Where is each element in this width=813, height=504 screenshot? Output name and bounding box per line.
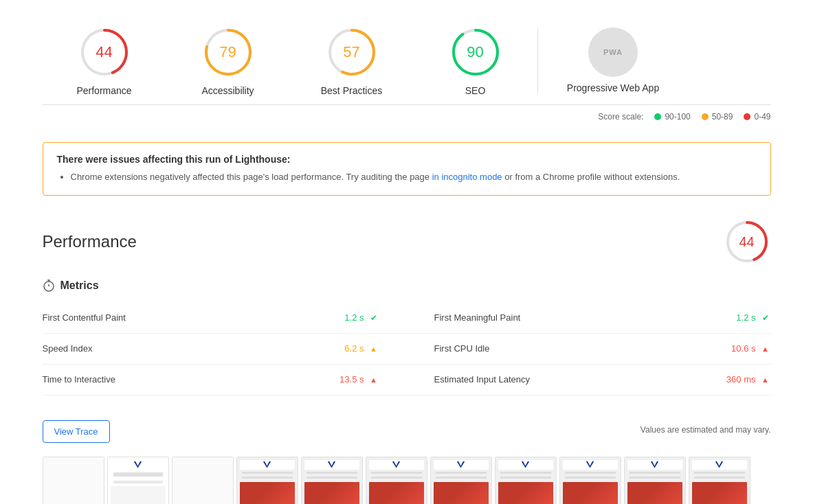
metric-si: Speed Index 6.2 s ▲	[43, 334, 407, 365]
warning-title: There were issues affecting this run of …	[57, 154, 757, 165]
score-pwa[interactable]: PWA Progressive Web App	[537, 27, 675, 93]
fcp-status-icon: ✔	[368, 312, 379, 323]
view-trace-button[interactable]: View Trace	[43, 420, 110, 443]
metrics-title: Metrics	[43, 279, 771, 292]
score-seo[interactable]: 90 SEO	[414, 25, 537, 96]
filmstrip-item	[624, 457, 686, 505]
fmp-status-icon: ✔	[760, 312, 771, 323]
scale-green: 90-100	[654, 112, 690, 122]
si-status-icon: ▲	[368, 343, 379, 354]
filmstrip-item	[43, 457, 104, 505]
accessibility-score: 79	[219, 43, 236, 61]
metric-tti: Time to Interactive 13.5 s ▲	[43, 365, 407, 396]
metric-si-value: 6.2 s ▲	[344, 343, 379, 354]
fci-status-icon: ▲	[760, 343, 771, 354]
scores-row: 44 Performance 79 Accessibility	[43, 14, 771, 105]
filmstrip-item	[495, 457, 557, 505]
metric-fcp-name: First Contentful Paint	[43, 312, 126, 323]
metric-fci-name: First CPU Idle	[434, 343, 490, 354]
orange-dot	[702, 113, 709, 120]
scale-orange: 50-89	[702, 112, 733, 122]
seo-label: SEO	[465, 85, 486, 96]
metric-fci-value: 10.6 s ▲	[731, 343, 770, 354]
section-score-num: 44	[739, 233, 754, 249]
values-note: Values are estimated and may vary.	[641, 425, 771, 435]
metric-eil: Estimated Input Latency 360 ms ▲	[407, 365, 771, 396]
seo-score: 90	[467, 43, 483, 61]
metric-fmp-name: First Meaningful Paint	[434, 312, 521, 323]
scale-red: 0-49	[744, 112, 770, 122]
section-score-circle: 44	[723, 218, 771, 266]
red-range: 0-49	[754, 112, 770, 122]
score-scale: Score scale: 90-100 50-89 0-49	[43, 105, 771, 128]
metric-eil-name: Estimated Input Latency	[434, 374, 530, 385]
filmstrip-item	[172, 457, 234, 505]
accessibility-label: Accessibility	[201, 85, 254, 96]
filmstrip-item	[366, 457, 427, 505]
filmstrip-item	[430, 457, 492, 505]
filmstrip-item	[236, 457, 298, 505]
score-accessibility[interactable]: 79 Accessibility	[166, 25, 290, 96]
red-dot	[744, 113, 750, 120]
section-header: Performance 44	[43, 218, 771, 266]
metric-fmp: First Meaningful Paint 1.2 s ✔	[407, 303, 771, 334]
score-performance[interactable]: 44 Performance	[43, 25, 166, 96]
warning-box: There were issues affecting this run of …	[43, 142, 771, 196]
pwa-icon: PWA	[588, 27, 638, 77]
warning-body: Chrome extensions negatively affected th…	[71, 170, 757, 184]
section-title: Performance	[43, 232, 137, 251]
metric-eil-value: 360 ms ▲	[726, 374, 771, 385]
metric-fcp: First Contentful Paint 1.2 s ✔	[43, 303, 407, 334]
metric-fcp-value: 1.2 s ✔	[344, 312, 379, 323]
eil-status-icon: ▲	[760, 374, 771, 385]
performance-score: 44	[96, 43, 112, 61]
metric-tti-name: Time to Interactive	[43, 374, 115, 385]
metric-tti-value: 13.5 s ▲	[339, 374, 379, 385]
score-best-practices[interactable]: 57 Best Practices	[290, 25, 414, 96]
score-scale-label: Score scale:	[598, 112, 643, 122]
metric-fmp-value: 1.2 s ✔	[736, 312, 770, 323]
performance-label: Performance	[76, 85, 131, 96]
metrics-section: Metrics First Contentful Paint 1.2 s ✔ F…	[43, 279, 771, 396]
filmstrip-item	[689, 457, 750, 505]
pwa-label: Progressive Web App	[567, 82, 659, 93]
metrics-grid: First Contentful Paint 1.2 s ✔ First Mea…	[43, 303, 771, 396]
orange-range: 50-89	[712, 112, 733, 122]
best-practices-score: 57	[343, 43, 359, 61]
green-range: 90-100	[665, 112, 690, 122]
incognito-link[interactable]: in incognito mode	[432, 172, 502, 182]
green-dot	[654, 113, 661, 120]
stopwatch-icon	[43, 279, 55, 292]
tti-status-icon: ▲	[368, 374, 379, 385]
metric-fci: First CPU Idle 10.6 s ▲	[407, 334, 771, 365]
filmstrip-item	[107, 457, 169, 505]
metric-si-name: Speed Index	[43, 343, 93, 354]
filmstrip-item	[559, 457, 621, 505]
best-practices-label: Best Practices	[321, 85, 382, 96]
filmstrip-item	[301, 457, 363, 505]
filmstrip	[43, 457, 771, 505]
